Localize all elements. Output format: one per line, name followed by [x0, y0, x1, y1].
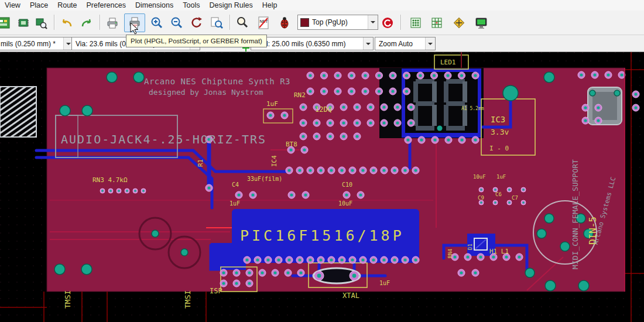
layer-pair-button[interactable]	[378, 13, 397, 32]
track-width-value: mils (0.250 mm) *	[1, 40, 56, 48]
chevron-down-icon	[425, 37, 435, 50]
layer-color-swatch	[300, 18, 309, 27]
menu-item-dimensions[interactable]: Dimensions	[131, 1, 178, 10]
print-icon	[105, 16, 119, 30]
menu-item-tools[interactable]: Tools	[178, 1, 204, 10]
rn2-label: RN2	[294, 91, 306, 99]
redraw-icon	[190, 16, 204, 30]
find-button[interactable]	[233, 13, 252, 32]
ladybug-icon	[278, 16, 292, 30]
cap-33uf-label: 33uF(film)	[247, 176, 282, 182]
main-toolbar: NET Top (PgUp)	[0, 11, 644, 35]
board-icon	[0, 16, 11, 30]
toolbar-separator	[229, 15, 230, 30]
zoom-out-icon	[170, 16, 184, 30]
d1-label: D1	[467, 244, 473, 250]
library-browser-button[interactable]	[32, 13, 50, 32]
tmsi-label-1: TMSI	[63, 290, 72, 309]
redo-icon	[80, 16, 94, 30]
c6-label: C6	[495, 191, 502, 197]
grid-size-select[interactable]: Grid: 25.00 mils (0.6350 mm)	[251, 37, 374, 50]
ratsnest-button[interactable]	[450, 13, 468, 32]
tmsi-label-2: TMSI	[183, 290, 192, 309]
board-title: Arcano NES Chiptune Synth R3	[144, 77, 290, 86]
zoom-fit-icon	[210, 16, 224, 30]
plot-button[interactable]	[124, 13, 145, 32]
track-width-select[interactable]: mils (0.250 mm) *	[0, 37, 74, 50]
board-designer: designed by Jonas Nystrom	[149, 88, 263, 97]
netlist-icon: NET	[256, 16, 270, 30]
audio-jack-connector	[0, 87, 36, 137]
cap-1uf-top-label: 1uF	[266, 100, 278, 108]
ic3-label: IC3	[491, 115, 505, 124]
module-editor-icon	[16, 16, 30, 30]
seven-segment-display	[405, 72, 478, 133]
netlist-button[interactable]: NET	[254, 13, 273, 32]
3d-viewer-icon	[474, 16, 488, 30]
rn4-label: RN4	[447, 249, 453, 258]
ic3-jumper-label: I - 0	[489, 145, 509, 152]
undo-button[interactable]	[57, 13, 76, 32]
menu-item-route[interactable]: Route	[53, 1, 81, 10]
find-icon	[235, 16, 249, 30]
ic4-label: IC4	[270, 155, 278, 167]
ic3-voltage-label: 3.3v	[491, 128, 509, 136]
menu-item-help[interactable]: Help	[258, 1, 282, 10]
isp-label: ISP	[210, 287, 222, 295]
plot-icon	[128, 16, 142, 30]
layer-pair-icon	[381, 16, 395, 30]
toolbar-separator	[54, 15, 54, 30]
grid-button[interactable]	[427, 13, 446, 32]
print-button[interactable]	[103, 13, 122, 32]
menu-item-preferences[interactable]: Preferences	[82, 1, 131, 10]
pad-grid-button[interactable]	[406, 13, 425, 32]
menu-item-design-rules[interactable]: Design Rules	[204, 1, 257, 10]
bt8-label: BT8	[286, 141, 297, 148]
xtal-label: XTAL	[342, 292, 359, 300]
c10-label: C10	[342, 181, 352, 188]
redo-button[interactable]	[77, 13, 96, 32]
cap-10uf-right-label: 10uF	[473, 174, 486, 180]
chevron-down-icon	[363, 37, 373, 50]
zoom-value: Zoom Auto	[379, 40, 413, 48]
zoom-in-button[interactable]	[148, 13, 166, 32]
zoom-in-icon	[150, 16, 164, 30]
board-button[interactable]	[0, 13, 13, 32]
12dq-label: 12DQ	[315, 105, 332, 114]
menu-item-view[interactable]: View	[0, 1, 25, 10]
c7-label: C7	[512, 195, 518, 201]
menu-item-place[interactable]: Place	[25, 1, 53, 10]
drc-button[interactable]	[275, 13, 294, 32]
options-bar: mils (0.250 mm) * Via: 23.6 mils (0.600 …	[0, 35, 644, 52]
undo-icon	[60, 16, 74, 30]
library-browser-icon	[34, 16, 48, 30]
toolbar-separator	[400, 15, 401, 30]
cap-1uf-bottom-label: 1uF	[379, 280, 390, 286]
cap-10uf-label: 10uF	[338, 200, 352, 207]
module-editor-button[interactable]	[14, 13, 33, 32]
ratsnest-icon	[452, 16, 466, 30]
pcb-drawing: Arcano NES Chiptune Synth R3 designed by…	[0, 52, 644, 322]
cap-1uf-mid-label: 1uF	[229, 200, 240, 207]
toolbar-separator	[100, 15, 100, 30]
audio-jack-label: AUDIO-JACK4-.25-HORIZ-TRS	[61, 132, 266, 146]
pad-grid-icon	[409, 16, 423, 30]
redraw-button[interactable]	[187, 13, 206, 32]
pic-label: PIC16F1516/18P	[240, 227, 405, 244]
h1l1-label: H1 L1	[489, 248, 509, 255]
c4-label: C4	[232, 181, 239, 188]
zoom-out-button[interactable]	[167, 13, 186, 32]
led1-label: LED1	[440, 59, 456, 66]
layer-select-value: Top (PgUp)	[312, 18, 348, 26]
pcb-canvas[interactable]: Arcano NES Chiptune Synth R3 designed by…	[0, 52, 644, 322]
cap-1uf-right-label: 1uF	[496, 174, 506, 180]
3d-viewer-button[interactable]	[472, 13, 491, 32]
r1-label: R1	[197, 159, 204, 167]
rn3-label: RN3 4.7kΩ	[93, 176, 128, 184]
grid-size-value: Grid: 25.00 mils (0.6350 mm)	[255, 40, 345, 48]
grid-icon	[430, 16, 444, 30]
layer-select[interactable]: Top (PgUp)	[297, 15, 378, 30]
a1-size-label: A1 5.2mm	[461, 106, 484, 111]
zoom-fit-button[interactable]	[207, 13, 226, 32]
zoom-select[interactable]: Zoom Auto	[375, 37, 436, 50]
